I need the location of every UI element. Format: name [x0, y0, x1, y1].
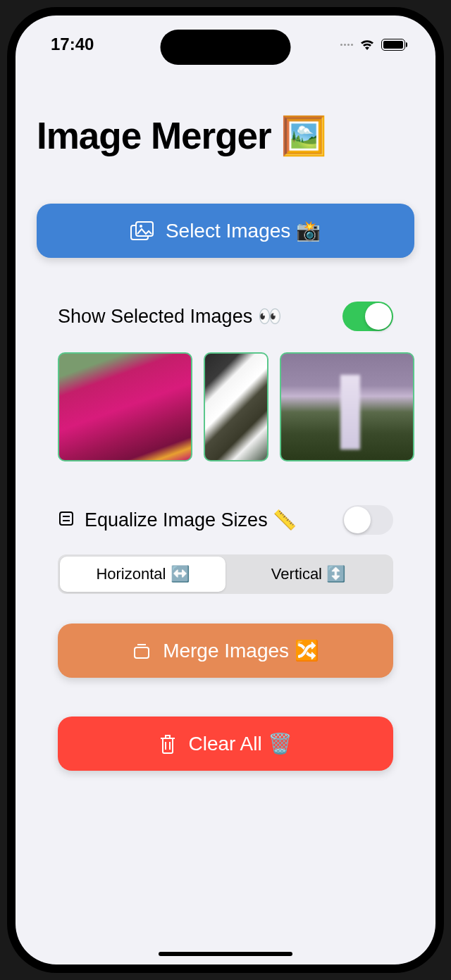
show-selected-toggle[interactable] [342, 302, 393, 331]
thumbnail[interactable] [280, 352, 414, 461]
select-images-label: Select Images 📸 [166, 219, 321, 242]
equalize-toggle[interactable] [342, 505, 393, 535]
wifi-icon [359, 38, 376, 51]
page-title: Image Merger 🖼️ [37, 114, 414, 158]
direction-segmented-control: Horizontal ↔️ Vertical ↕️ [58, 554, 393, 594]
clear-all-label: Clear All 🗑️ [188, 732, 292, 755]
equalize-label: Equalize Image Sizes 📏 [85, 509, 297, 531]
merge-images-label: Merge Images 🔀 [163, 639, 319, 662]
home-indicator[interactable] [159, 952, 292, 956]
photos-icon [130, 221, 154, 241]
notch [161, 30, 291, 65]
thumbnail[interactable] [58, 352, 192, 461]
thumbnail[interactable] [204, 352, 268, 461]
cellular-dots-icon [340, 44, 353, 46]
battery-icon [381, 39, 407, 51]
svg-rect-6 [135, 647, 149, 658]
direction-vertical[interactable]: Vertical ↕️ [226, 557, 391, 592]
status-icons [340, 38, 407, 51]
status-time: 17:40 [51, 35, 94, 54]
merge-images-button[interactable]: Merge Images 🔀 [58, 624, 393, 678]
svg-rect-1 [136, 222, 153, 236]
show-selected-label: Show Selected Images 👀 [58, 305, 282, 328]
svg-point-2 [140, 225, 142, 228]
equalize-icon [58, 510, 75, 530]
clear-all-button[interactable]: Clear All 🗑️ [58, 717, 393, 771]
stack-icon [132, 641, 152, 661]
thumbnail-list [58, 352, 414, 461]
direction-horizontal[interactable]: Horizontal ↔️ [60, 557, 226, 592]
trash-icon [159, 733, 177, 755]
select-images-button[interactable]: Select Images 📸 [37, 204, 414, 258]
svg-rect-3 [60, 512, 73, 525]
